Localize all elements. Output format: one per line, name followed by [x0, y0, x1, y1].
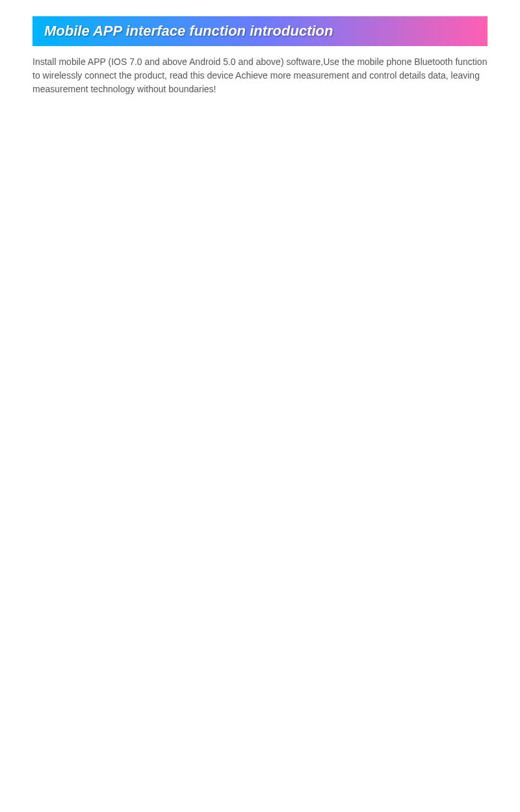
intro-text: Install mobile APP (IOS 7.0 and above An…: [32, 55, 488, 96]
page-title: Mobile APP interface function introducti…: [32, 16, 488, 46]
